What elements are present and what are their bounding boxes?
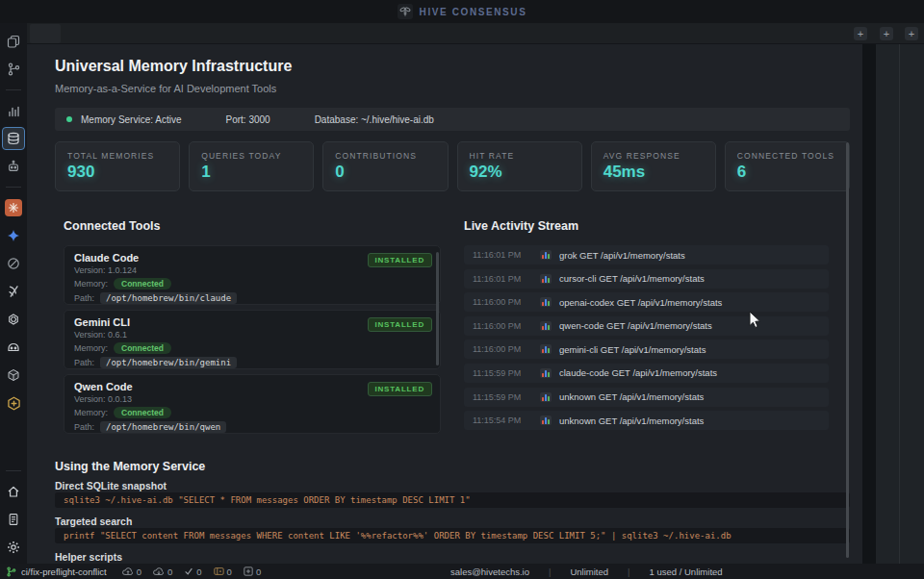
path-label: Path: — [74, 293, 94, 303]
stat-value: 6 — [737, 163, 849, 182]
memory-label: Memory: — [74, 343, 108, 353]
check-counter[interactable]: 0 — [184, 566, 201, 577]
status-dot — [66, 116, 72, 122]
hexagon-plus-icon[interactable] — [2, 391, 25, 415]
sidebar-divider — [6, 89, 21, 90]
new-tab-button[interactable]: + — [905, 27, 918, 40]
separator: | — [549, 566, 551, 577]
stat-card-connected-tools: CONNECTED TOOLS 6 — [725, 141, 850, 191]
tool-card-claude-code[interactable]: Claude Code INSTALLED Version: 1.0.124 M… — [64, 245, 441, 305]
new-tab-button[interactable]: + — [880, 27, 893, 40]
page-subtitle: Memory-as-a-Service for AI Development T… — [55, 83, 276, 94]
path-label: Path: — [74, 358, 94, 367]
memory-label: Memory: — [74, 279, 108, 289]
path-label: Path: — [74, 422, 94, 432]
files-icon[interactable] — [2, 30, 25, 53]
event-text: qwen-code GET /api/v1/memory/stats — [559, 320, 712, 331]
bar-chart-icon[interactable] — [2, 99, 25, 122]
activity-row[interactable]: 11:16:01 PM cursor-cli GET /api/v1/memor… — [464, 269, 829, 289]
tool-card-qwen-code[interactable]: Qwen Code INSTALLED Version: 0.0.13 Memo… — [64, 374, 441, 434]
tool-path: /opt/homebrew/bin/gemini — [100, 357, 237, 368]
stats-row: TOTAL MEMORIES 930 QUERIES TODAY 1 CONTR… — [55, 141, 850, 191]
gear-icon[interactable] — [2, 536, 25, 559]
activity-row[interactable]: 11:16:00 PM gemini-cli GET /api/v1/memor… — [464, 340, 829, 359]
bar-chart-emoji-icon — [540, 321, 552, 331]
activity-row[interactable]: 11:16:00 PM qwen-code GET /api/v1/memory… — [464, 316, 829, 336]
connected-pill: Connected — [114, 278, 171, 290]
plus-box-counter[interactable]: 0 — [244, 566, 261, 577]
event-time: 11:16:00 PM — [473, 297, 532, 307]
sync-box-counter[interactable]: 0 — [214, 566, 232, 577]
usage-section-title: Using the Memory Service — [55, 460, 205, 473]
stat-value: 930 — [67, 163, 179, 182]
usage-label[interactable]: 1 used / Unlimited — [650, 566, 723, 577]
event-time: 11:16:00 PM — [473, 321, 532, 331]
panel-gutter — [862, 44, 876, 564]
home-icon[interactable] — [2, 480, 25, 503]
new-tab-button[interactable]: + — [854, 27, 867, 40]
git-branch-icon[interactable] — [2, 58, 25, 81]
tools-list: Claude Code INSTALLED Version: 1.0.124 M… — [64, 245, 448, 439]
activity-row[interactable]: 11:15:54 PM unknown GET /api/v1/memory/s… — [464, 411, 829, 430]
connected-pill: Connected — [114, 407, 171, 418]
tool-path: /opt/homebrew/bin/claude — [100, 292, 237, 304]
page-title: Universal Memory Infrastructure — [55, 58, 292, 75]
connected-tools-panel: Connected Tools Claude Code INSTALLED Ve… — [55, 219, 448, 444]
grok-icon[interactable] — [2, 280, 25, 303]
plus-box-icon — [244, 566, 253, 576]
mouse-cursor — [749, 312, 761, 329]
stat-value: 1 — [201, 163, 313, 182]
gemini-icon[interactable] — [2, 224, 25, 247]
bar-chart-emoji-icon — [540, 392, 552, 402]
installed-badge: INSTALLED — [368, 317, 433, 332]
stat-label: CONTRIBUTIONS — [335, 151, 447, 161]
counter-value: 0 — [196, 566, 201, 577]
panel-title: Connected Tools — [64, 219, 448, 233]
code-text: printf "SELECT content FROM messages WHE… — [64, 531, 732, 541]
plan-label[interactable]: Unlimited — [570, 566, 608, 577]
code-block-targeted-search[interactable]: printf "SELECT content FROM messages WHE… — [55, 528, 850, 543]
stat-label: AVG RESPONSE — [603, 151, 715, 161]
right-rail — [876, 44, 924, 564]
memory-dashboard: Universal Memory Infrastructure Memory-a… — [27, 44, 862, 564]
activity-stream-panel: Live Activity Stream 11:16:01 PM grok GE… — [455, 219, 852, 444]
event-text: grok GET /api/v1/memory/stats — [559, 250, 685, 261]
account-status: sales@hivetechs.io | Unlimited | 1 used … — [450, 566, 723, 577]
database-icon[interactable] — [2, 127, 25, 150]
cube-icon[interactable] — [2, 364, 25, 387]
git-branch-status[interactable]: ci/fix-preflight-conflict — [6, 566, 107, 577]
activity-row[interactable]: 11:16:01 PM grok GET /api/v1/memory/stat… — [464, 245, 829, 264]
branch-icon — [6, 566, 16, 577]
cloud-upload-counter[interactable]: 0 — [122, 566, 141, 577]
activity-row[interactable]: 11:15:59 PM claude-code GET /api/v1/memo… — [464, 364, 829, 383]
bot-face-icon[interactable] — [2, 336, 25, 359]
robot-icon[interactable] — [2, 155, 25, 178]
code-block-sqlite-snapshot[interactable]: sqlite3 ~/.hive-ai.db "SELECT * FROM mes… — [55, 492, 850, 508]
bar-chart-emoji-icon — [540, 274, 552, 284]
status-counters: 0 0 0 0 0 — [122, 566, 261, 577]
event-text: unknown GET /api/v1/memory/stats — [559, 415, 704, 426]
circle-slash-icon[interactable] — [2, 252, 25, 275]
event-time: 11:16:01 PM — [473, 274, 532, 284]
stat-card-contributions: CONTRIBUTIONS 0 — [322, 141, 448, 191]
counter-value: 0 — [256, 566, 261, 577]
installed-badge: INSTALLED — [368, 382, 433, 396]
tool-card-gemini-cli[interactable]: Gemini CLI INSTALLED Version: 0.6.1 Memo… — [64, 310, 441, 369]
account-email[interactable]: sales@hivetechs.io — [450, 566, 529, 577]
counter-value: 0 — [227, 566, 232, 577]
connected-pill: Connected — [114, 342, 171, 354]
main-scrollbar[interactable] — [846, 142, 849, 558]
stat-label: TOTAL MEMORIES — [67, 151, 179, 161]
tools-scrollbar[interactable] — [436, 252, 439, 365]
document-icon[interactable] — [2, 508, 25, 531]
activity-row[interactable]: 11:15:59 PM unknown GET /api/v1/memory/s… — [464, 388, 829, 407]
cloud-download-icon — [153, 566, 165, 576]
openai-icon[interactable] — [2, 308, 25, 331]
claude-icon[interactable] — [2, 196, 25, 219]
activity-row[interactable]: 11:16:00 PM openai-codex GET /api/v1/mem… — [464, 292, 829, 312]
stat-card-total-memories: TOTAL MEMORIES 930 — [55, 141, 180, 191]
right-rail-divider[interactable] — [899, 44, 900, 564]
activity-list: 11:16:01 PM grok GET /api/v1/memory/stat… — [464, 245, 852, 435]
titlebar: HIVE CONSENSUS — [0, 0, 924, 23]
cloud-download-counter[interactable]: 0 — [153, 566, 172, 577]
